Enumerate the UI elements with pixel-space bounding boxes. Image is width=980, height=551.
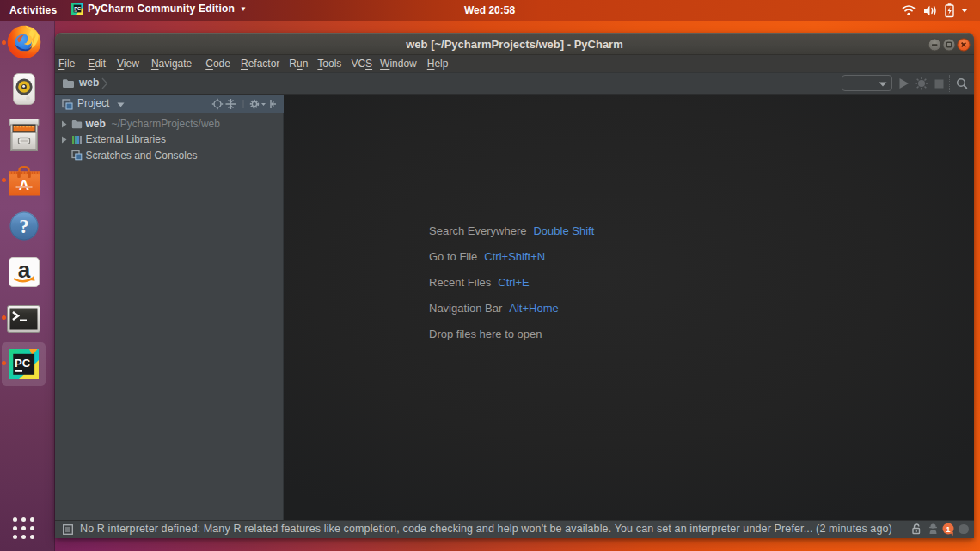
svg-text:PC: PC [15,356,31,369]
svg-text:1: 1 [946,524,951,534]
svg-text:PC: PC [74,6,81,11]
svg-text:a: a [18,257,31,283]
svg-text:?: ? [19,216,29,237]
svg-text:A: A [18,177,28,193]
